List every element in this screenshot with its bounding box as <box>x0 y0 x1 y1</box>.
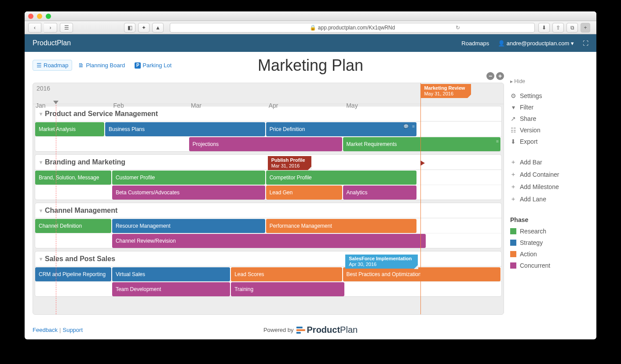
minimize-icon[interactable] <box>37 14 42 19</box>
legend-swatch <box>510 262 516 269</box>
roadmap-bar[interactable]: Team Development <box>112 282 230 296</box>
sidebar-item-label: Add Lane <box>520 196 546 203</box>
new-tab-button[interactable]: + <box>581 23 590 33</box>
lanes-container: ▾Product and Service ManagementMarket An… <box>33 106 504 297</box>
sidebar-add-bar[interactable]: ＋Add Bar <box>510 158 589 166</box>
plus-icon: ＋ <box>510 183 516 191</box>
lock-icon: 🔒 <box>310 25 316 31</box>
legend-item[interactable]: Action <box>510 251 589 258</box>
user-icon: 👤 <box>498 40 505 47</box>
milestone-tag[interactable]: SalesForce ImplementationApr 30, 2016 <box>345 255 418 269</box>
ext-button-1[interactable]: ◧ <box>124 23 135 33</box>
productplan-logo: ProductPlan <box>296 325 358 335</box>
sidebar-item-version[interactable]: ☷Version <box>510 127 589 134</box>
legend-item[interactable]: Strategy <box>510 239 589 246</box>
comment-icon[interactable]: 💬 <box>403 124 409 129</box>
lane-row: CRM and Pipeline ReportingVirtual SalesL… <box>35 266 501 281</box>
sidebar-item-label: Settings <box>520 92 542 99</box>
ext-button-2[interactable]: ✦ <box>138 23 150 33</box>
sidebar-add-milestone[interactable]: ＋Add Milestone <box>510 183 589 191</box>
roadmap-bar[interactable]: Channel Definition <box>35 219 111 233</box>
roadmap-bar[interactable]: Analytics <box>343 186 417 200</box>
sidebar-add-lane[interactable]: ＋Add Lane <box>510 195 589 203</box>
brand-label: ProductPlan <box>33 39 71 47</box>
milestone-tag[interactable]: Publish ProfileMar 31, 2016 <box>268 156 311 170</box>
forward-button[interactable]: › <box>44 23 57 33</box>
export-icon: ⬇ <box>510 138 516 145</box>
lane-row: Channel DefinitionResource ManagementPer… <box>35 218 501 233</box>
roadmap-bar[interactable]: Lead Scores <box>231 267 342 281</box>
hide-sidebar-button[interactable]: ▸ Hide <box>510 78 589 84</box>
milestone-tag[interactable]: Marketing ReviewMay 31, 2016 <box>420 84 471 98</box>
roadmap-bar[interactable]: Virtual Sales <box>112 267 230 281</box>
roadmap-bar[interactable]: Price Definition≡💬 <box>266 122 417 136</box>
reload-icon[interactable]: ↻ <box>456 25 460 31</box>
close-icon[interactable] <box>28 14 33 19</box>
sidebar-item-label: Filter <box>520 104 533 111</box>
roadmap-bar[interactable]: Market Analysis <box>35 122 104 136</box>
back-button[interactable]: ‹ <box>28 23 41 33</box>
roadmap-bar[interactable]: Brand, Solution, Message <box>35 171 111 185</box>
zoom-in-button[interactable]: + <box>496 72 504 80</box>
lane-row: Channel Review/Revision <box>35 233 501 248</box>
sidebar-item-share[interactable]: ↗Share <box>510 115 589 122</box>
sidebar-add-container[interactable]: ＋Add Container <box>510 171 589 178</box>
roadmap-bar[interactable]: Resource Management <box>112 219 265 233</box>
zoom-icon[interactable] <box>46 14 51 19</box>
sidebar-item-label: Export <box>520 138 537 145</box>
sidebar-item-filter[interactable]: ▾Filter <box>510 104 589 111</box>
zoom-out-button[interactable]: − <box>486 72 494 80</box>
user-menu[interactable]: 👤 andre@productplan.com ▾ <box>498 40 574 47</box>
legend-item[interactable]: Research <box>510 228 589 235</box>
lane-row: Brand, Solution, MessageCustomer Profile… <box>35 170 501 185</box>
roadmap-bar[interactable]: Customer Profile <box>112 171 265 185</box>
drag-grip-icon[interactable]: ≡ <box>496 139 499 144</box>
roadmap-bar[interactable]: Lead Gen <box>266 186 342 200</box>
share-button[interactable]: ⇪ <box>552 23 564 33</box>
lane-header[interactable]: ▾Sales and Post Sales <box>35 251 501 266</box>
sidebar-item-label: Version <box>520 127 541 134</box>
roadmap-bar[interactable]: Best Practices and Optimization <box>343 267 500 281</box>
support-link[interactable]: Support <box>62 327 83 333</box>
sidebar-item-label: Add Bar <box>520 159 542 166</box>
legend-swatch <box>510 240 516 246</box>
roadmap-bar[interactable]: Performance Management <box>266 219 417 233</box>
browser-window: ‹ › ☰ ◧ ✦ ▲ 🔒 app.productplan.com/Kx1qwR… <box>25 11 596 339</box>
sidebar-toggle-button[interactable]: ☰ <box>60 23 73 33</box>
legend-item[interactable]: Concurrent <box>510 262 589 269</box>
tabs-button[interactable]: ⧉ <box>566 23 578 33</box>
sidebar-item-settings[interactable]: ⚙Settings <box>510 92 589 99</box>
milestone-flag-icon <box>420 160 425 166</box>
roadmap-bar[interactable]: Training <box>231 282 344 296</box>
footer: Feedback | Support Powered by ProductPla… <box>33 327 588 333</box>
fullscreen-button[interactable]: ⛶ <box>583 40 588 47</box>
legend-swatch <box>510 228 516 234</box>
today-line <box>56 101 56 314</box>
lane: ▾Channel ManagementChannel DefinitionRes… <box>35 203 502 248</box>
roadmap-bar[interactable]: Business Plans <box>105 122 265 136</box>
legend-label: Research <box>520 228 546 235</box>
address-bar[interactable]: 🔒 app.productplan.com/Kx1qwRNd ↻ <box>170 23 535 33</box>
lane-header[interactable]: ▾Channel Management <box>35 203 501 218</box>
roadmap-bar[interactable]: Channel Review/Revision <box>112 234 426 248</box>
timeline[interactable]: 2016 JanFebMarAprMay ▾Product and Servic… <box>33 83 504 315</box>
share-icon: ↗ <box>510 115 516 122</box>
today-marker-icon <box>53 101 58 104</box>
feedback-link[interactable]: Feedback <box>33 327 58 333</box>
nav-roadmaps[interactable]: Roadmaps <box>461 40 489 47</box>
roadmap-bar[interactable]: Projections <box>189 137 342 151</box>
gear-icon: ⚙ <box>510 92 516 99</box>
drag-grip-icon[interactable]: ≡ <box>412 124 415 129</box>
ext-button-3[interactable]: ▲ <box>152 23 164 33</box>
roadmap-bar[interactable]: CRM and Pipeline Reporting <box>35 267 111 281</box>
roadmap-bar[interactable]: Market Requirements≡ <box>343 137 500 151</box>
download-button[interactable]: ⬇ <box>538 23 550 33</box>
sidebar-item-export[interactable]: ⬇Export <box>510 138 589 145</box>
powered-by: Powered by ProductPlan <box>263 325 358 335</box>
roadmap-bar[interactable]: Beta Customers/Advocates <box>112 186 265 200</box>
roadmap-bar[interactable]: Competitor Profile <box>266 171 417 185</box>
lane-header[interactable]: ▾Product and Service Management <box>35 106 501 121</box>
content-area: ☰Roadmap 🗎Planning Board PParking Lot Ma… <box>25 52 596 339</box>
sidebar-item-label: Share <box>520 115 536 122</box>
lane-row: Market AnalysisBusiness PlansPrice Defin… <box>35 121 501 136</box>
